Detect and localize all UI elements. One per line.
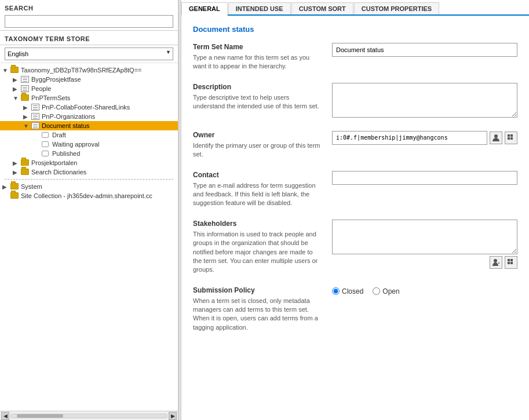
field-row-owner: Owner Identify the primary user or group… <box>193 131 517 159</box>
stakeholders-input-area <box>332 220 517 269</box>
toggle-prosjekt[interactable]: ▶ <box>13 160 21 166</box>
field-label-submission: Submission Policy <box>193 286 323 294</box>
scroll-track <box>10 414 167 418</box>
toggle-searchdict[interactable]: ▶ <box>13 169 21 176</box>
tab-custom-sort[interactable]: CUSTOM SORT <box>291 2 353 14</box>
field-label-stakeholders: Stakeholders <box>193 220 323 228</box>
field-row-submission: Submission Policy When a term set is clo… <box>193 286 517 333</box>
tab-intended-use[interactable]: INTENDED USE <box>228 2 291 14</box>
taxonomy-label: TAXONOMY TERM STORE <box>0 31 178 45</box>
folder-icon <box>10 66 20 74</box>
language-select[interactable]: English <box>5 48 173 60</box>
termset-icon-collab <box>31 103 41 111</box>
toggle-pnp[interactable]: ▼ <box>13 95 21 101</box>
owner-input[interactable] <box>332 131 487 145</box>
right-panel: GENERAL INTENDED USE CUSTOM SORT CUSTOM … <box>181 0 529 420</box>
tree-item-docstatus[interactable]: ▼ Document status <box>0 121 178 130</box>
radio-closed-text: Closed <box>342 287 363 295</box>
field-desc-submission: When a term set is closed, only metadata… <box>193 297 323 333</box>
scroll-right-arrow[interactable]: ▶ <box>169 412 177 420</box>
grid-icon-2 <box>507 258 515 266</box>
tree-label-searchdict: Search Dictionaries <box>31 169 86 176</box>
scroll-left-arrow[interactable]: ◀ <box>1 412 9 420</box>
tree-label-draft: Draft <box>52 132 66 138</box>
field-row-termsetname: Term Set Name Type a new name for this t… <box>193 43 517 71</box>
folder-icon-system <box>10 182 20 191</box>
stakeholders-textarea[interactable] <box>332 220 517 254</box>
tree-item-published[interactable]: Published <box>0 149 178 158</box>
stakeholders-browse-button[interactable] <box>490 256 502 269</box>
search-input[interactable] <box>5 15 173 28</box>
toggle-bygg[interactable]: ▶ <box>13 76 21 83</box>
toggle-docstatus[interactable]: ▼ <box>23 123 31 129</box>
tree-item-people[interactable]: ▶ People <box>0 84 178 93</box>
description-textarea[interactable] <box>332 83 517 118</box>
field-label-col-submission: Submission Policy When a term set is clo… <box>193 286 332 333</box>
termset-icon-people <box>21 85 30 93</box>
field-input-col-contact <box>332 171 517 208</box>
tree-item-root[interactable]: ▼ Taxonomy_tDB2pT87w98nSRfEZAp8tQ== <box>0 65 178 75</box>
field-label-owner: Owner <box>193 131 323 139</box>
field-label-col-description: Description Type descriptive text to hel… <box>193 83 332 119</box>
field-row-description: Description Type descriptive text to hel… <box>193 83 517 119</box>
left-panel: SEARCH TAXONOMY TERM STORE English ▼ Tax… <box>0 0 178 420</box>
field-label-col-termsetname: Term Set Name Type a new name for this t… <box>193 43 332 71</box>
tree-label-docstatus: Document status <box>42 122 90 129</box>
svg-point-5 <box>494 259 497 262</box>
tab-custom-properties[interactable]: CUSTOM PROPERTIES <box>354 2 439 14</box>
tree-label-orgs: PnP-Organizations <box>42 113 95 120</box>
radio-closed-label[interactable]: Closed <box>332 287 363 295</box>
tree-item-collab[interactable]: ▶ PnP-CollabFooter-SharedLinks <box>0 103 178 112</box>
tab-general[interactable]: GENERAL <box>181 2 228 16</box>
owner-select-button[interactable] <box>505 132 517 144</box>
field-input-col-stakeholders <box>332 220 517 275</box>
field-desc-description: Type descriptive text to help users unde… <box>193 93 323 111</box>
tree-item-system[interactable]: ▶ System <box>0 182 178 191</box>
field-label-col-contact: Contact Type an e-mail address for term … <box>193 171 332 208</box>
radio-open-label[interactable]: Open <box>373 287 399 295</box>
radio-open[interactable] <box>373 287 380 295</box>
tree-item-waiting[interactable]: Waiting approval <box>0 140 178 149</box>
toggle-root[interactable]: ▼ <box>2 67 10 74</box>
tree-label-collab: PnP-CollabFooter-SharedLinks <box>42 104 130 111</box>
tree-item-orgs[interactable]: ▶ PnP-Organizations <box>0 112 178 121</box>
tree-item-bygg[interactable]: ▶ ByggProsjektfase <box>0 75 178 84</box>
owner-input-row <box>332 131 517 145</box>
tree-label-waiting: Waiting approval <box>52 141 100 148</box>
person-add-icon <box>492 258 500 266</box>
tree-item-prosjekt[interactable]: ▶ Prosjektportalen <box>0 158 178 167</box>
tree-label-system: System <box>21 183 42 190</box>
radio-closed[interactable] <box>332 287 340 295</box>
lang-select-wrapper: English <box>5 48 173 60</box>
field-input-col-submission: Closed Open <box>332 286 517 333</box>
toggle-people[interactable]: ▶ <box>13 86 21 92</box>
stakeholders-select-button[interactable] <box>505 256 517 269</box>
field-label-description: Description <box>193 83 323 91</box>
tree-item-draft[interactable]: Draft <box>0 130 178 140</box>
folder-icon-searchdict <box>21 168 30 176</box>
tree-section[interactable]: ▼ Taxonomy_tDB2pT87w98nSRfEZAp8tQ== ▶ By… <box>0 63 178 411</box>
toggle-collab[interactable]: ▶ <box>23 104 31 111</box>
toggle-system[interactable]: ▶ <box>2 184 10 190</box>
field-row-stakeholders: Stakeholders This information is used to… <box>193 220 517 275</box>
svg-rect-10 <box>508 262 510 264</box>
section-title: Document status <box>193 25 517 34</box>
field-label-contact: Contact <box>193 171 323 179</box>
tree-item-sitecol[interactable]: Site Collection - jh365dev-admin.sharepo… <box>0 191 178 200</box>
scroll-thumb <box>17 414 63 418</box>
tree-label-published: Published <box>52 150 80 157</box>
termset-icon-orgs <box>31 112 41 120</box>
term-icon-waiting <box>42 140 51 148</box>
field-desc-owner: Identify the primary user or group of th… <box>193 141 323 159</box>
svg-rect-1 <box>508 134 510 137</box>
owner-browse-button[interactable] <box>490 132 502 144</box>
tree-label-pnp: PnPTermSets <box>31 94 70 101</box>
tree-item-pnp[interactable]: ▼ PnPTermSets <box>0 93 178 103</box>
stakeholders-icons <box>332 256 517 269</box>
termsetname-input[interactable] <box>332 43 517 57</box>
horizontal-scrollbar[interactable]: ◀ ▶ <box>0 411 178 420</box>
tree-item-searchdict[interactable]: ▶ Search Dictionaries <box>0 167 178 177</box>
contact-input[interactable] <box>332 171 517 185</box>
toggle-orgs[interactable]: ▶ <box>23 114 31 120</box>
field-input-col-description <box>332 83 517 119</box>
